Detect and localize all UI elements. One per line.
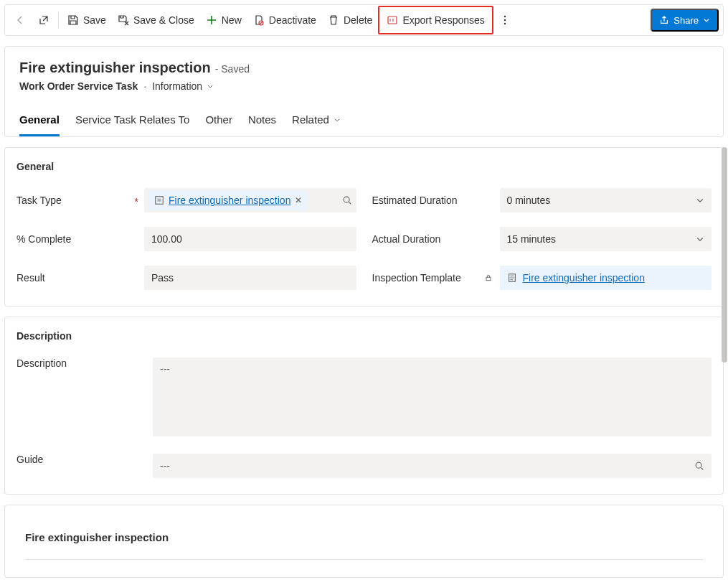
task-type-chip: Fire extinguisher inspection ✕ — [148, 190, 308, 210]
field-actual-duration: Actual Duration 15 minutes — [372, 227, 712, 251]
export-responses-label: Export Responses — [402, 14, 484, 26]
inspection-responses-section: Fire extinguisher inspection — [4, 505, 724, 578]
delete-label: Delete — [344, 14, 372, 26]
divider — [25, 559, 703, 560]
tab-relates-to[interactable]: Service Task Relates To — [75, 108, 190, 136]
entity-name: Work Order Service Task — [19, 80, 138, 92]
back-button[interactable] — [9, 9, 32, 32]
form-tabs: General Service Task Relates To Other No… — [19, 108, 709, 136]
search-icon — [694, 461, 704, 471]
description-label: Description — [16, 357, 153, 369]
chevron-down-icon — [703, 17, 710, 24]
record-title: Fire extinguisher inspection — [19, 60, 211, 76]
plus-icon — [206, 14, 217, 26]
search-icon — [342, 195, 352, 205]
svg-rect-7 — [486, 277, 491, 281]
result-input[interactable]: Pass — [144, 266, 356, 290]
pct-complete-input[interactable]: 100.00 — [144, 227, 356, 251]
result-value: Pass — [151, 272, 174, 284]
act-duration-value: 15 minutes — [507, 233, 556, 245]
tab-notes[interactable]: Notes — [248, 108, 276, 136]
task-type-label: Task Type — [16, 195, 62, 206]
share-label: Share — [673, 15, 699, 26]
section-description: Description Description --- Guide --- — [4, 317, 724, 495]
export-responses-button[interactable]: Export Responses — [381, 9, 490, 32]
tab-related[interactable]: Related — [292, 108, 341, 136]
new-label: New — [222, 14, 242, 26]
deactivate-icon — [253, 14, 265, 26]
save-label: Save — [83, 14, 106, 26]
arrow-left-icon — [15, 14, 27, 26]
description-value: --- — [160, 363, 170, 375]
section-description-heading: Description — [16, 330, 712, 342]
scrollbar[interactable] — [722, 147, 727, 362]
save-close-button[interactable]: Save & Close — [112, 9, 200, 32]
svg-point-9 — [696, 462, 701, 468]
svg-point-6 — [344, 197, 349, 202]
save-button[interactable]: Save — [62, 9, 112, 32]
field-task-type: Task Type * Fire extinguisher inspection… — [16, 188, 356, 212]
task-type-lookup[interactable]: Fire extinguisher inspection ✕ — [144, 188, 356, 212]
est-duration-value: 0 minutes — [507, 195, 551, 206]
task-type-remove[interactable]: ✕ — [295, 195, 302, 205]
field-estimated-duration: Estimated Duration 0 minutes — [372, 188, 712, 212]
inspection-responses-title: Fire extinguisher inspection — [25, 531, 703, 543]
guide-label: Guide — [16, 454, 153, 465]
section-general-heading: General — [16, 161, 712, 172]
est-duration-input[interactable]: 0 minutes — [500, 188, 712, 212]
share-button[interactable]: Share — [651, 9, 719, 32]
saved-indicator: - Saved — [215, 63, 250, 75]
form-name: Information — [152, 80, 202, 92]
act-duration-input[interactable]: 15 minutes — [500, 227, 712, 251]
delete-button[interactable]: Delete — [322, 9, 378, 32]
guide-lookup[interactable]: --- — [153, 454, 712, 478]
chevron-down-icon — [334, 116, 341, 123]
result-label: Result — [16, 272, 45, 284]
task-type-entity-icon — [154, 195, 164, 205]
inspection-template-label: Inspection Template — [372, 272, 461, 284]
svg-point-4 — [504, 23, 506, 24]
form-selector[interactable]: Information — [152, 80, 214, 92]
export-responses-highlight: Export Responses — [378, 6, 493, 34]
inspection-template-link[interactable]: Fire extinguisher inspection — [523, 272, 645, 284]
inspection-template-lookup[interactable]: Fire extinguisher inspection — [500, 266, 712, 290]
svg-rect-5 — [156, 197, 164, 205]
task-type-link[interactable]: Fire extinguisher inspection — [169, 195, 290, 206]
popout-icon — [38, 14, 49, 26]
record-header: Fire extinguisher inspection - Saved Wor… — [4, 46, 724, 137]
popout-button[interactable] — [32, 9, 55, 32]
chevron-down-icon — [696, 196, 704, 205]
save-close-label: Save & Close — [133, 14, 194, 26]
svg-point-3 — [504, 19, 506, 21]
separator-dot: · — [143, 80, 146, 92]
inspection-entity-icon — [507, 273, 517, 283]
overflow-button[interactable] — [493, 9, 516, 32]
field-inspection-template: Inspection Template Fire extinguisher in… — [372, 266, 712, 290]
save-icon — [67, 14, 79, 26]
pct-complete-value: 100.00 — [151, 233, 182, 245]
svg-point-2 — [504, 16, 506, 17]
required-indicator: * — [135, 196, 138, 207]
more-vertical-icon — [499, 14, 511, 26]
chevron-down-icon — [207, 83, 214, 90]
new-button[interactable]: New — [200, 9, 247, 32]
tab-other[interactable]: Other — [205, 108, 232, 136]
tab-general[interactable]: General — [19, 108, 60, 136]
guide-value: --- — [160, 460, 170, 472]
deactivate-button[interactable]: Deactivate — [247, 9, 322, 32]
svg-rect-1 — [388, 17, 397, 24]
pdf-icon — [387, 14, 398, 26]
separator — [58, 11, 59, 29]
section-general: General Task Type * Fire extinguisher in… — [4, 147, 724, 307]
trash-icon — [328, 14, 339, 26]
est-duration-label: Estimated Duration — [372, 195, 458, 206]
pct-complete-label: % Complete — [16, 233, 71, 245]
field-pct-complete: % Complete 100.00 — [16, 227, 356, 251]
deactivate-label: Deactivate — [269, 14, 316, 26]
command-bar: Save Save & Close New Deactivate Delete … — [4, 4, 724, 36]
act-duration-label: Actual Duration — [372, 233, 441, 245]
share-icon — [659, 15, 669, 25]
description-input[interactable]: --- — [153, 357, 712, 436]
save-close-icon — [118, 14, 129, 26]
chevron-down-icon — [696, 235, 704, 243]
